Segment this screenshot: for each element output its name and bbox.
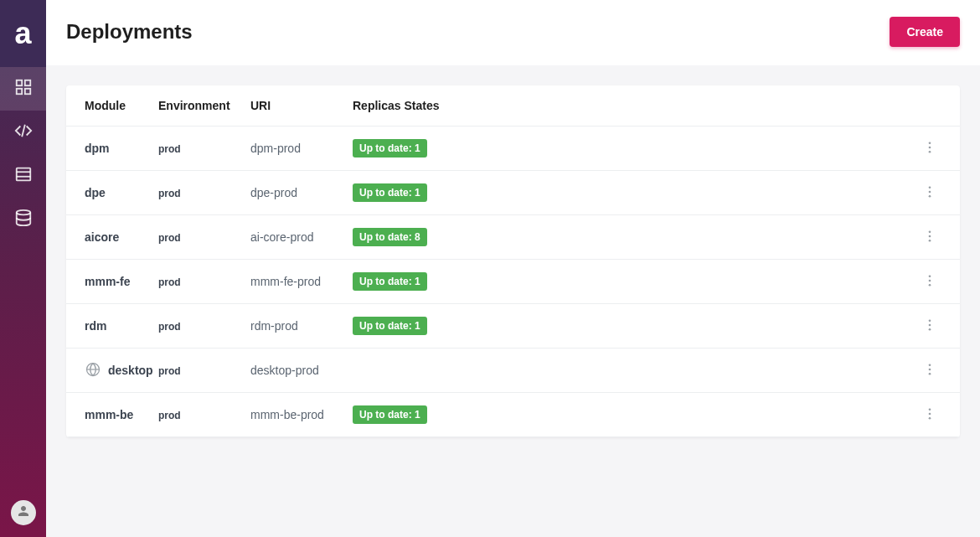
more-vertical-icon (922, 140, 937, 157)
module-name: dpm (85, 142, 110, 155)
stack-icon (14, 165, 33, 187)
sidebar-nav (0, 67, 46, 241)
env-label: prod (158, 232, 181, 244)
svg-point-27 (929, 368, 931, 370)
sidebar: a (0, 0, 46, 537)
more-vertical-icon (922, 273, 937, 291)
code-icon (14, 121, 33, 143)
svg-rect-1 (24, 80, 29, 85)
deployments-table: Module Environment URI Replicas States d… (66, 85, 960, 437)
uri-text: dpe-prod (250, 186, 297, 199)
th-actions (918, 85, 960, 127)
user-icon (16, 503, 31, 522)
more-vertical-icon (922, 229, 937, 246)
topbar: Deployments Create (46, 0, 980, 65)
svg-point-13 (929, 190, 931, 193)
module-name: rdm (85, 319, 106, 333)
svg-point-10 (929, 146, 931, 148)
svg-point-18 (929, 275, 931, 277)
module-cell: dpe (85, 186, 158, 199)
svg-point-14 (929, 194, 931, 197)
content: Module Environment URI Replicas States d… (46, 65, 980, 457)
row-actions-button[interactable] (918, 137, 941, 160)
status-badge: Up to date: 1 (353, 183, 427, 202)
svg-point-15 (929, 230, 931, 233)
table-row[interactable]: mmm-feprodmmm-fe-prodUp to date: 1 (66, 260, 960, 304)
svg-point-22 (929, 323, 931, 326)
row-actions-button[interactable] (918, 314, 941, 338)
status-badge: Up to date: 1 (353, 139, 427, 157)
module-name: mmm-be (85, 408, 133, 421)
row-actions-button[interactable] (918, 403, 941, 426)
module-cell: mmm-be (85, 408, 158, 421)
module-name: desktop (108, 364, 153, 377)
svg-point-20 (929, 283, 931, 286)
table-row[interactable]: dpmproddpm-prodUp to date: 1 (66, 127, 960, 171)
module-name: aicore (85, 230, 119, 244)
row-actions-button[interactable] (918, 359, 941, 382)
nav-stack[interactable] (0, 154, 46, 198)
svg-rect-2 (16, 89, 21, 94)
svg-point-21 (929, 319, 931, 322)
svg-point-11 (929, 150, 931, 152)
svg-point-17 (929, 239, 931, 241)
env-label: prod (158, 188, 181, 199)
env-label: prod (158, 321, 181, 333)
th-module: Module (66, 85, 158, 127)
row-actions-button[interactable] (918, 181, 941, 204)
svg-point-9 (929, 142, 931, 144)
th-environment: Environment (158, 85, 250, 127)
dashboard-icon (14, 78, 33, 100)
module-name: mmm-fe (85, 275, 130, 288)
page-title: Deployments (66, 20, 193, 44)
svg-rect-3 (24, 89, 29, 94)
module-cell: dpm (85, 142, 158, 155)
nav-dashboard[interactable] (0, 67, 46, 111)
th-uri: URI (250, 85, 353, 127)
uri-text: desktop-prod (250, 364, 319, 377)
svg-point-26 (929, 364, 931, 366)
module-cell: aicore (85, 230, 158, 244)
more-vertical-icon (922, 362, 937, 380)
uri-text: dpm-prod (250, 142, 301, 155)
user-avatar[interactable] (11, 500, 36, 525)
status-badge: Up to date: 1 (353, 317, 427, 335)
svg-rect-0 (16, 80, 21, 85)
globe-icon (85, 361, 101, 380)
svg-rect-5 (16, 168, 30, 181)
svg-point-28 (929, 372, 931, 374)
database-icon (14, 209, 33, 230)
status-badge: Up to date: 1 (353, 272, 427, 291)
row-actions-button[interactable] (918, 225, 941, 249)
more-vertical-icon (922, 406, 937, 424)
svg-point-16 (929, 235, 931, 237)
table-row[interactable]: rdmprodrdm-prodUp to date: 1 (66, 304, 960, 349)
module-cell: desktop (85, 361, 158, 380)
row-actions-button[interactable] (918, 270, 941, 293)
svg-point-23 (929, 328, 931, 330)
nav-database[interactable] (0, 198, 46, 241)
logo[interactable]: a (0, 0, 46, 67)
svg-point-30 (929, 412, 931, 415)
uri-text: rdm-prod (250, 319, 298, 333)
deployments-table-card: Module Environment URI Replicas States d… (66, 85, 960, 437)
table-row[interactable]: aicoreprodai-core-prodUp to date: 8 (66, 215, 960, 260)
more-vertical-icon (922, 318, 937, 335)
module-cell: rdm (85, 319, 158, 333)
svg-point-12 (929, 186, 931, 188)
sidebar-bottom (0, 500, 46, 537)
env-label: prod (158, 410, 181, 421)
uri-text: mmm-be-prod (250, 408, 324, 421)
module-cell: mmm-fe (85, 275, 158, 288)
env-label: prod (158, 143, 181, 155)
table-row[interactable]: dpeproddpe-prodUp to date: 1 (66, 171, 960, 215)
nav-code[interactable] (0, 111, 46, 154)
create-button[interactable]: Create (890, 17, 960, 47)
svg-point-19 (929, 279, 931, 281)
table-row[interactable]: mmm-beprodmmm-be-prodUp to date: 1 (66, 393, 960, 437)
env-label: prod (158, 276, 181, 288)
uri-text: ai-core-prod (250, 230, 313, 244)
th-replicas: Replicas States (353, 85, 918, 127)
svg-point-8 (16, 210, 30, 215)
table-row[interactable]: desktopproddesktop-prod (66, 349, 960, 393)
